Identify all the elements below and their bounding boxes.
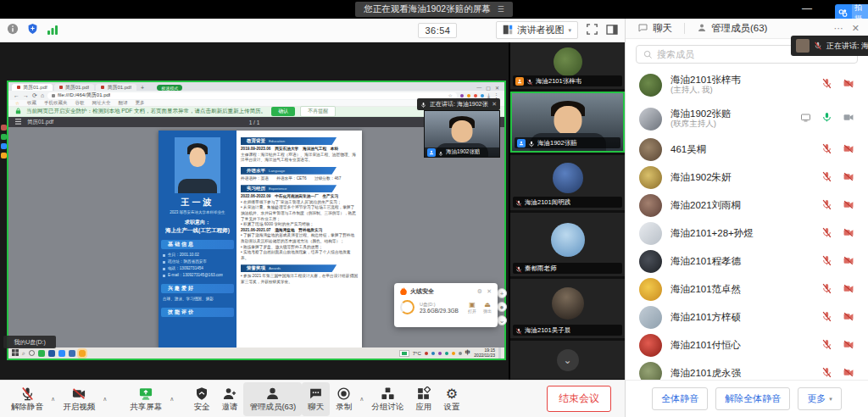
member-row[interactable]: 海油2021刘雨桐 (626, 192, 868, 220)
screen-sharing-icon[interactable] (800, 111, 811, 126)
member-row[interactable]: 海油1902朱妍 (626, 164, 868, 192)
camera-muted-icon[interactable] (843, 338, 854, 353)
show-desktop-sliver[interactable] (498, 348, 501, 359)
notice-confirm-button[interactable]: 确认 (271, 107, 295, 116)
member-row[interactable]: 海油1902张赔(联席主持人) (626, 102, 868, 136)
bookmark-star-icon[interactable]: ☆ (448, 92, 453, 98)
mic-muted-icon[interactable] (821, 366, 832, 381)
tray-icon[interactable] (438, 352, 442, 355)
tray-icon[interactable] (459, 352, 462, 355)
manage-members-button[interactable]: 管理成员(63) (243, 382, 302, 416)
panel-close-icon[interactable]: ✕ (852, 23, 860, 34)
popup-settings-icon[interactable]: ⚙ (477, 288, 482, 295)
float-zoom-in-button[interactable]: + (497, 288, 507, 298)
camera-muted-icon[interactable] (843, 282, 854, 297)
refresh-icon[interactable]: ⟳ (32, 92, 37, 99)
shield-icon[interactable] (27, 23, 38, 38)
network-signal-icon[interactable] (47, 23, 58, 38)
collapse-chevron-icon[interactable]: ⌄ (557, 349, 579, 371)
speaker-preview-video[interactable]: 海油1902张赔 (424, 110, 500, 158)
camera-muted-icon[interactable] (843, 77, 854, 92)
tab-members[interactable]: 管理成员(63) (685, 19, 779, 38)
start-video-button[interactable]: 开启视频 (57, 382, 101, 416)
end-meeting-button[interactable]: 结束会议 (547, 386, 611, 412)
unmute-options-chevron[interactable]: ∧ (49, 396, 57, 403)
notice-dismiss-button[interactable]: 不再提醒 (300, 106, 336, 117)
member-row[interactable]: 海油2101虎永强 (626, 359, 868, 380)
taskbar-app-icon[interactable] (48, 350, 55, 357)
bookmark-item[interactable]: 手机收藏夹 (44, 100, 68, 106)
mic-muted-icon[interactable] (821, 254, 832, 270)
home-icon[interactable]: ⌂ (41, 92, 44, 98)
watching-banner[interactable]: 您正在观看海油1902张赔的屏幕 ☰ (355, 2, 512, 17)
browser-mode-pill[interactable]: 极速模式 (157, 85, 182, 91)
member-row[interactable]: 海油2101付恒心 (626, 331, 868, 359)
camera-muted-icon[interactable] (843, 310, 854, 325)
eject-drive-button[interactable]: ⏏弹出 (483, 302, 492, 314)
sidebar-app-icon[interactable] (1, 125, 7, 131)
browser-minimize-icon[interactable]: — (476, 85, 481, 91)
browser-close-icon[interactable]: ✕ (495, 85, 499, 91)
ime-indicator[interactable]: 中 (465, 349, 471, 357)
extension-icon[interactable] (467, 94, 470, 97)
taskbar-clock[interactable]: 19:15 2022/11/23 (474, 348, 495, 359)
video-tile[interactable]: 海油2101吴子晨 (510, 279, 625, 338)
bookmark-item[interactable]: 网址大全 (92, 100, 110, 106)
chat-button[interactable]: 聊天 (302, 382, 330, 416)
video-tile[interactable]: 秦都雨老师 (510, 213, 625, 276)
bookmark-item[interactable]: 翻译 (118, 100, 127, 106)
unmute-all-button[interactable]: 解除全体静音 (715, 387, 790, 410)
mic-muted-icon[interactable] (821, 310, 832, 325)
mic-muted-icon[interactable] (821, 77, 832, 92)
camera-muted-icon[interactable] (843, 142, 854, 158)
mute-all-button[interactable]: 全体静音 (652, 387, 708, 410)
video-tile-speaking[interactable]: 海油1902张赔 (510, 92, 625, 153)
mic-muted-icon[interactable] (821, 170, 832, 186)
taskbar-search-icon[interactable]: ⌕ (22, 350, 25, 357)
panel-more-icon[interactable]: ⋯ (834, 23, 843, 34)
float-fit-button[interactable]: ● (497, 302, 507, 312)
more-actions-button[interactable]: 更多 ▾ (798, 387, 842, 410)
popup-close-icon[interactable]: ✕ (487, 288, 492, 295)
taskbar-app-icon[interactable] (38, 350, 45, 357)
pdf-sidebar-icon[interactable] (15, 119, 21, 125)
browser-tab[interactable]: 简历01.pdf (12, 84, 53, 91)
mic-muted-icon[interactable] (821, 226, 832, 242)
camera-muted-icon[interactable] (843, 198, 854, 214)
camera-muted-icon[interactable] (843, 366, 854, 381)
sidebar-app-icon[interactable] (1, 153, 7, 158)
browser-maximize-icon[interactable]: ▢ (486, 85, 491, 91)
member-row[interactable]: 海油2101方梓硕 (626, 303, 868, 331)
record-button[interactable]: 录制 (330, 382, 358, 416)
apps-button[interactable]: 应用 (409, 382, 437, 416)
video-tile[interactable]: 海油2101张梓韦 (510, 42, 625, 89)
bookmark-item[interactable]: 谷歌 (75, 100, 84, 106)
member-row[interactable]: 461吴桐 (626, 136, 868, 164)
mic-muted-icon[interactable] (821, 142, 832, 158)
record-options-chevron[interactable]: ∧ (358, 396, 365, 403)
breakout-rooms-button[interactable]: 分组讨论 (365, 382, 409, 416)
view-mode-button[interactable]: 演讲者视图 ▾ (496, 21, 578, 39)
member-row[interactable]: 海油2101+28+孙煜 (626, 220, 868, 247)
new-tab-button[interactable]: + (138, 85, 147, 91)
sidebar-app-icon[interactable] (1, 134, 7, 140)
extension-icon[interactable] (474, 94, 477, 97)
member-row[interactable]: 海油2101程孝德 (626, 247, 868, 275)
taskbar-app-icon[interactable] (69, 350, 75, 357)
browser-tab[interactable]: 简历01.pdf (96, 84, 136, 91)
settings-button[interactable]: ⚙ 设置 (437, 382, 465, 416)
tray-icon[interactable] (445, 352, 448, 355)
tab-chat[interactable]: 聊天 (626, 19, 684, 38)
share-options-chevron[interactable]: ∧ (168, 396, 175, 403)
share-screen-button[interactable]: 共享屏幕 (124, 382, 168, 416)
invite-button[interactable]: 邀请 (215, 382, 243, 416)
url-field[interactable]: file:///D:/464/简历01.pdf ☆ (47, 92, 457, 99)
layout-panel-icon[interactable] (606, 23, 618, 38)
taskbar-app-icon[interactable] (58, 350, 65, 357)
start-button-icon[interactable] (12, 349, 19, 357)
task-view-icon[interactable] (29, 350, 35, 356)
float-collapse-button[interactable]: ⌄ (497, 315, 507, 325)
camera-muted-icon[interactable] (843, 226, 854, 242)
bookmark-item[interactable]: 收藏 (27, 100, 36, 106)
speaking-overlay-bar[interactable]: 正在讲话: 海油1902张赔 ✕ (417, 98, 500, 110)
